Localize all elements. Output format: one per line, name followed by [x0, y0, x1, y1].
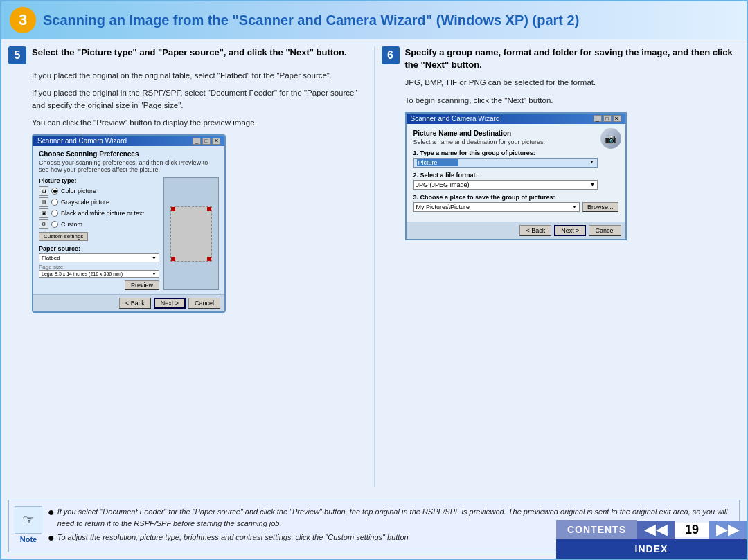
step6-dialog-titlebar: Scanner and Camera Wizard _ □ ✕: [407, 114, 625, 124]
main-content: 5 Select the "Picture type" and "Paper s…: [1, 39, 747, 494]
note-icon: ☞: [15, 506, 42, 534]
page-size-value: Legal 8.5 x 14 inches (216 x 356 mm): [42, 271, 123, 276]
paper-source-select[interactable]: Flatbed ▼: [39, 253, 159, 262]
step5-title: Select the "Picture type" and "Paper sou…: [32, 46, 347, 59]
bullet1-dot: ●: [48, 507, 55, 518]
s6-minimize-btn[interactable]: _: [594, 115, 602, 122]
corner-tr: [207, 207, 211, 211]
step6-title: Specify a group name, format and folder …: [405, 46, 740, 71]
close-btn[interactable]: ✕: [212, 138, 220, 145]
step6-dialog-title: Scanner and Camera Wizard: [411, 115, 500, 123]
step6-dialog-footer: < Back Next > Cancel: [407, 222, 625, 239]
step5-dialog-titlebar: Scanner and Camera Wizard _ □ ✕: [33, 136, 224, 146]
custom-label: Custom: [61, 221, 82, 228]
bw-radio[interactable]: [51, 210, 58, 217]
s6-maximize-btn[interactable]: □: [603, 115, 612, 122]
wizard-step2-content: 2. Select a file format: JPG (JPEG Image…: [413, 172, 618, 190]
group-name-input[interactable]: Picture ▼: [413, 158, 598, 168]
color-radio[interactable]: [51, 188, 58, 195]
nav-arrow-right[interactable]: ▶▶: [709, 521, 747, 539]
bw-label: Black and white picture or text: [61, 210, 144, 217]
step6-dialog-subtitle2: Select a name and destination for your p…: [413, 138, 546, 145]
paper-source-value: Flatbed: [42, 255, 60, 261]
wizard-step3-content: 3. Choose a place to save the group of p…: [413, 194, 618, 212]
step5-badge: 5: [8, 46, 26, 64]
step5-dialog-left: Picture type: 🖼 Color picture ▤ Grayscal…: [39, 177, 159, 290]
custom-radio[interactable]: [51, 221, 58, 228]
note-icon-area: ☞ Note: [15, 506, 42, 546]
index-btn[interactable]: INDEX: [556, 539, 747, 559]
gray-label: Grayscale picture: [61, 199, 109, 206]
nav-top-row: CONTENTS ◀◀ 19 ▶▶: [556, 520, 747, 539]
nav-bottom-row: INDEX: [556, 539, 747, 559]
preview-btn-area: Preview: [39, 280, 159, 290]
contents-btn[interactable]: CONTENTS: [556, 520, 637, 539]
wizard-icon: 📷: [600, 128, 621, 149]
group-name-arrow: ▼: [589, 159, 594, 166]
step6-column: 6 Specify a group name, format and folde…: [374, 46, 740, 487]
step5-dialog-buttons: _ □ ✕: [193, 138, 220, 145]
preview-btn[interactable]: Preview: [125, 280, 159, 290]
browse-btn[interactable]: Browse...: [582, 202, 618, 212]
color-icon: 🖼: [39, 186, 48, 196]
maximize-btn[interactable]: □: [202, 138, 211, 145]
wizard-step1-content: 1. Type a name for this group of picture…: [413, 150, 618, 168]
file-format-value: JPG (JPEG Image): [416, 181, 470, 188]
bw-icon: ▣: [39, 208, 48, 218]
radio-custom[interactable]: ⚙ Custom: [39, 219, 159, 229]
step5-dialog-subtitle2: Choose your scanning preferences, and th…: [39, 159, 219, 173]
paper-source-label: Paper source:: [39, 245, 159, 252]
step5-header: 5 Select the "Picture type" and "Paper s…: [8, 46, 367, 64]
radio-bw[interactable]: ▣ Black and white picture or text: [39, 208, 159, 218]
step5-desc3: You can click the "Preview" button to di…: [32, 117, 367, 129]
wizard-step3-row: 3. Choose a place to save the group of p…: [413, 194, 618, 212]
step6-dialog: Scanner and Camera Wizard _ □ ✕ Picture …: [405, 112, 627, 240]
step6-desc2: To begin scanning, click the "Next" butt…: [405, 95, 740, 107]
step6-dialog-body: Picture Name and Destination Select a na…: [407, 124, 625, 222]
step6-header: 6 Specify a group name, format and folde…: [382, 46, 740, 71]
step6-cancel-btn[interactable]: Cancel: [589, 225, 621, 236]
step5-scan-preview-area: [163, 177, 219, 290]
step5-back-btn[interactable]: < Back: [119, 298, 151, 309]
wizard-step2-label: 2. Select a file format:: [413, 172, 618, 179]
page-header: 3 Scanning an Image from the "Scanner an…: [1, 1, 747, 39]
folder-value: My Pictures\Picture: [416, 204, 470, 210]
step5-cancel-btn[interactable]: Cancel: [188, 298, 220, 309]
wizard-step3-label: 3. Choose a place to save the group of p…: [413, 194, 618, 201]
nav-arrow-left[interactable]: ◀◀: [637, 521, 675, 539]
paper-source-arrow: ▼: [152, 255, 157, 260]
step6-badge: 6: [382, 46, 400, 64]
gray-radio[interactable]: [51, 199, 58, 206]
page-size-label: Page size:: [39, 264, 159, 270]
step5-dialog: Scanner and Camera Wizard _ □ ✕ Choose S…: [32, 134, 226, 313]
page-size-select[interactable]: Legal 8.5 x 14 inches (216 x 356 mm) ▼: [39, 270, 159, 278]
folder-select[interactable]: My Pictures\Picture ▼: [413, 202, 580, 212]
color-label: Color picture: [61, 188, 96, 195]
step6-desc1: JPG, BMP, TIF or PNG can be selected for…: [405, 77, 740, 89]
custom-settings-btn[interactable]: Custom settings: [39, 232, 88, 241]
group-name-value: Picture: [417, 159, 458, 166]
step5-dialog-subtitle: Choose Scanning Preferences: [39, 150, 219, 158]
wizard-step1-label: 1. Type a name for this group of picture…: [413, 150, 618, 156]
bottom-navigation: CONTENTS ◀◀ 19 ▶▶ INDEX: [556, 520, 747, 559]
minimize-btn[interactable]: _: [193, 138, 201, 145]
bullet2-dot: ●: [48, 532, 55, 543]
step6-next-btn[interactable]: Next >: [554, 225, 586, 236]
file-format-select[interactable]: JPG (JPEG Image) ▼: [413, 180, 598, 190]
step6-back-btn[interactable]: < Back: [519, 225, 551, 236]
s6-close-btn[interactable]: ✕: [613, 115, 621, 122]
step5-column: 5 Select the "Picture type" and "Paper s…: [8, 46, 374, 487]
corner-tl: [171, 207, 175, 211]
step5-next-btn[interactable]: Next >: [154, 298, 186, 309]
folder-arrow: ▼: [572, 204, 577, 209]
radio-color[interactable]: 🖼 Color picture: [39, 186, 159, 196]
gray-icon: ▤: [39, 197, 48, 207]
radio-grayscale[interactable]: ▤ Grayscale picture: [39, 197, 159, 207]
file-format-arrow: ▼: [590, 182, 595, 187]
step6-dialog-buttons: _ □ ✕: [594, 115, 621, 122]
page-size-arrow: ▼: [152, 271, 157, 276]
nav-group: CONTENTS ◀◀ 19 ▶▶ INDEX: [556, 520, 747, 559]
step5-dialog-content: Picture type: 🖼 Color picture ▤ Grayscal…: [39, 177, 219, 290]
corner-br: [207, 257, 211, 261]
step-circle: 3: [10, 7, 36, 33]
